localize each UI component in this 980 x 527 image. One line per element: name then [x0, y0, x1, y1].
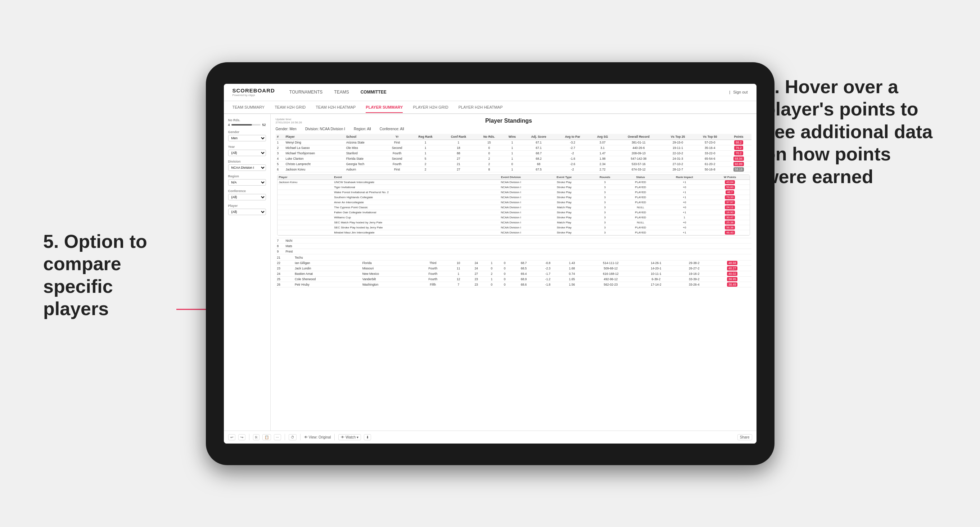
cell-avg-sg: 2.72 — [590, 167, 616, 172]
cell-avg-sg — [590, 243, 616, 249]
expanded-table-row[interactable]: The Cypress Point Classic NCAA Division … — [277, 205, 750, 210]
watch-button[interactable]: 👁 Watch ▾ — [338, 434, 361, 440]
table-row[interactable]: 2 Michael La Sasso Ole Miss Second 1 18 … — [276, 145, 751, 150]
divider-3 — [300, 434, 301, 440]
cell-vs50: 33-26-4 — [675, 282, 713, 287]
table-row[interactable]: 7 Nichi — [276, 238, 751, 243]
table-row[interactable]: 5 Christo Lamprecht Georgia Tech Fourth … — [276, 161, 751, 167]
table-row[interactable]: 21 Techu — [276, 255, 751, 260]
cell-points[interactable]: 58.18 — [726, 167, 751, 172]
cell-no-rds: 2 — [476, 156, 503, 161]
cell-wins — [503, 249, 522, 254]
cell-points[interactable]: 40.27 — [713, 265, 751, 271]
expanded-table-row[interactable]: Tiger Invitational NCAA Division I Strok… — [277, 184, 750, 190]
cell-points[interactable]: 68.94 — [726, 156, 751, 161]
copy-button[interactable]: ⎘ — [253, 434, 259, 440]
cell-points[interactable]: 38.95 — [713, 276, 751, 282]
table-header: Update time: 27/01/2024 16:56:26 Player … — [276, 117, 751, 124]
clock-button[interactable]: ⏱ — [289, 434, 297, 440]
expanded-table-row[interactable]: SEC Stroke Play hosted by Jerry Pate NCA… — [277, 225, 750, 230]
download-button[interactable]: ⬇ — [364, 434, 371, 440]
expanded-table-row[interactable]: Fallen Oak Collegiate Invitational NCAA … — [277, 210, 750, 215]
table-row[interactable]: 1 Wenyi Ding Arizona State First 1 1 15 … — [276, 140, 751, 145]
cell-points[interactable]: 48.68 — [713, 260, 751, 265]
cell-yr — [417, 255, 450, 260]
table-row[interactable]: 6 Jackson Koivu Auburn First 2 27 8 1 67… — [276, 167, 751, 172]
cell-points[interactable] — [726, 243, 751, 249]
view-original[interactable]: 👁 View: Original — [304, 435, 331, 439]
cell-overall — [616, 249, 662, 254]
table-row[interactable]: 4 Luke Clanton Florida State Second 5 27… — [276, 156, 751, 161]
cell-points[interactable]: 60.89 — [726, 161, 751, 167]
cell-points[interactable]: 38.49 — [713, 282, 751, 287]
table-row[interactable]: 9 Prest — [276, 249, 751, 254]
year-select[interactable]: (All) — [228, 150, 266, 156]
subnav-player-summary[interactable]: PLAYER SUMMARY — [366, 102, 403, 113]
cell-reg-rank — [450, 255, 468, 260]
cell-school: Washington — [361, 282, 417, 287]
cell-num: 9 — [276, 249, 284, 254]
cell-avg-sg: 2.34 — [590, 161, 616, 167]
cell-avg-sg: 1.47 — [590, 150, 616, 156]
cell-points[interactable]: 40.02 — [713, 271, 751, 276]
cell-avg-to-par: -1.2 — [536, 276, 559, 282]
subnav-player-h2h-grid[interactable]: PLAYER H2H GRID — [413, 102, 448, 113]
divider-2 — [285, 434, 285, 440]
subnav-team-summary[interactable]: TEAM SUMMARY — [232, 102, 265, 113]
cell-points[interactable]: 76.2 — [726, 145, 751, 150]
cell-vs25: 17-14-2 — [637, 282, 675, 287]
table-row[interactable]: 25 Cole Sherwood Vanderbilt Fourth 12 23… — [276, 276, 751, 282]
table-row[interactable]: 24 Bastien Amat New Mexico Fourth 1 27 2… — [276, 271, 751, 276]
division-select[interactable]: NCAA Division I — [228, 164, 266, 171]
subnav-team-h2h-heatmap[interactable]: TEAM H2H HEATMAP — [316, 102, 356, 113]
table-row[interactable]: 26 Petr Hruby Washington Fifth 7 23 0 0 … — [276, 282, 751, 287]
cell-wins — [503, 238, 522, 243]
cell-points[interactable] — [726, 238, 751, 243]
cell-points[interactable] — [713, 255, 751, 260]
player-select[interactable]: (All) — [228, 209, 266, 215]
undo-button[interactable]: ↩ — [228, 434, 235, 440]
expanded-table-row[interactable]: SEC Match Play hosted by Jerry Pate NCAA… — [277, 220, 750, 225]
cell-points[interactable]: 88.2 — [726, 140, 751, 145]
expanded-table-row[interactable]: Amer An Intercollegiate NCAA Division I … — [277, 200, 750, 205]
region-select[interactable]: N/A — [228, 179, 266, 186]
gender-select[interactable]: Men — [228, 135, 266, 141]
divider-4 — [334, 434, 335, 440]
more-button[interactable]: ··· — [274, 434, 281, 440]
cell-vs50 — [694, 238, 726, 243]
cell-overall — [584, 255, 637, 260]
cell-no-rds: 0 — [485, 282, 498, 287]
cell-avg-to-par: -2 — [556, 150, 590, 156]
table-row[interactable]: 23 Jack Lundin Missouri Fourth 11 24 0 0… — [276, 265, 751, 271]
cell-overall: 509-68-12 — [584, 265, 637, 271]
cell-num: 3 — [276, 150, 284, 156]
cell-school: Georgia Tech — [345, 161, 385, 167]
cell-wins: 0 — [498, 260, 511, 265]
share-button[interactable]: Share — [737, 434, 752, 440]
cell-num: 8 — [276, 243, 284, 249]
table-row[interactable]: 8 Mats — [276, 243, 751, 249]
nav-teams[interactable]: TEAMS — [334, 88, 349, 96]
nav-tournaments[interactable]: TOURNAMENTS — [290, 88, 323, 96]
table-row[interactable]: 22 Ian Gilligan Florida Third 10 24 1 0 … — [276, 260, 751, 265]
cell-points[interactable]: 70.2 — [726, 150, 751, 156]
subnav-player-h2h-heatmap[interactable]: PLAYER H2H HEATMAP — [458, 102, 503, 113]
expanded-table-row[interactable]: Williams Cup NCAA Division I Stroke Play… — [277, 215, 750, 220]
expanded-table-row[interactable]: Southern Highlands Collegiate NCAA Divis… — [277, 195, 750, 200]
conference-select[interactable]: (All) — [228, 194, 266, 200]
table-row[interactable]: 3 Michael Thorbjornsen Stanford Fourth 1… — [276, 150, 751, 156]
cell-yr: Fourth — [417, 276, 450, 282]
subnav-team-h2h-grid[interactable]: TEAM H2H GRID — [275, 102, 305, 113]
expanded-table-row[interactable]: Wake Forest Invitational at Pinehurst No… — [277, 190, 750, 195]
expanded-table-row[interactable]: Mirabel Maui Jim Intercollegiate NCAA Di… — [277, 230, 750, 235]
paste-button[interactable]: 📋 — [262, 434, 271, 440]
subnav: TEAM SUMMARY TEAM H2H GRID TEAM H2H HEAT… — [224, 101, 757, 114]
cell-conf-rank: 18 — [441, 145, 476, 150]
cell-yr: Fourth — [385, 150, 410, 156]
sign-out-link[interactable]: Sign out — [733, 90, 748, 94]
nav-committee[interactable]: COMMITTEE — [361, 88, 387, 96]
redo-button[interactable]: ↪ — [238, 434, 245, 440]
expanded-table-row[interactable]: Jackson Koivu UNCW Seahawk Intercollegia… — [277, 179, 750, 184]
sidebar: No Rds. 4 52 Gender Men Year — [224, 114, 270, 430]
cell-points[interactable] — [726, 249, 751, 254]
